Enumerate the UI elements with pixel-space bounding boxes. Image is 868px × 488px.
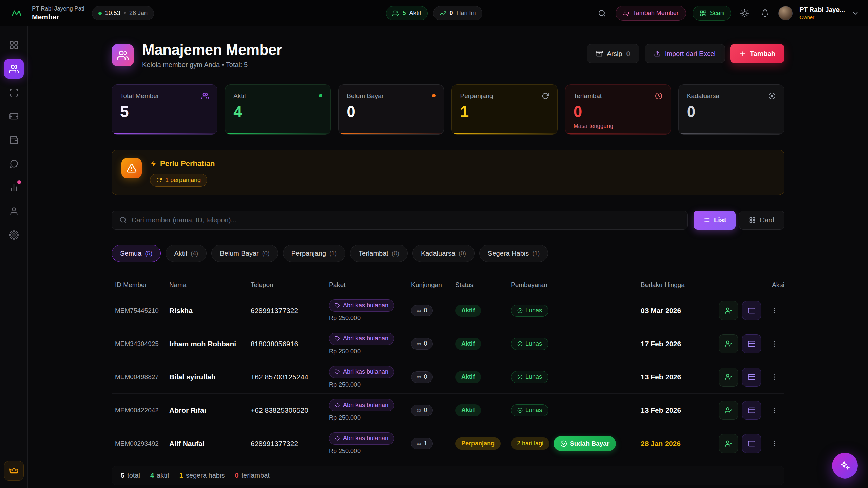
stat-card-terlambat: Terlambat 0 Masa tenggang: [565, 84, 671, 135]
search-button[interactable]: [595, 6, 609, 20]
table-row[interactable]: MEM00293492 Alif Naufal 628991377322 Abr…: [112, 427, 784, 460]
import-excel-button[interactable]: Import dari Excel: [645, 44, 725, 63]
avatar[interactable]: [778, 6, 793, 20]
view-card-button[interactable]: Card: [739, 211, 784, 230]
tambah-member-button[interactable]: Tambah Member: [616, 6, 686, 21]
table-row[interactable]: MEM75445210 Riskha 628991377322 Abri kas…: [112, 294, 784, 327]
sidebar-item-upgrade[interactable]: [4, 461, 24, 481]
today-count: 0: [450, 9, 453, 17]
sidebar-item-analytics[interactable]: [4, 178, 24, 197]
sidebar-item-membership-card[interactable]: [4, 106, 24, 126]
check-circle-icon: [517, 408, 523, 413]
table-row[interactable]: MEM00498827 Bilal syirullah +62 85703125…: [112, 360, 784, 394]
filter-segera-habis[interactable]: Segera Habis (1): [479, 245, 548, 262]
member-card-button[interactable]: [742, 334, 761, 353]
scan-button[interactable]: Scan: [693, 6, 731, 21]
assistant-fab[interactable]: [832, 453, 858, 479]
member-name: Riskha: [169, 307, 251, 315]
table-row[interactable]: MEM00422042 Abror Rifai +62 83825306520 …: [112, 394, 784, 427]
filter-count: (1): [532, 250, 540, 257]
more-actions-button[interactable]: [765, 334, 784, 353]
live-dot: [98, 12, 102, 15]
tambah-member-label: Tambah Member: [633, 9, 679, 17]
check-circle-icon: [517, 341, 523, 347]
filter-perpanjang[interactable]: Perpanjang (1): [283, 245, 345, 262]
table-header: ID Member Nama Telepon Paket Kunjungan S…: [112, 276, 784, 294]
checkin-button[interactable]: [719, 368, 738, 387]
zap-icon: [150, 160, 157, 167]
more-actions-button[interactable]: [765, 434, 784, 453]
perpanjang-alert-chip[interactable]: 1 perpanjang: [150, 174, 207, 187]
checkin-button[interactable]: [719, 334, 738, 353]
theme-toggle-button[interactable]: [738, 6, 751, 20]
stat-underline: [679, 133, 784, 134]
user-check-icon: [725, 373, 732, 381]
more-actions-button[interactable]: [765, 401, 784, 420]
checkin-button[interactable]: [719, 434, 738, 453]
user-plus-icon: [623, 10, 630, 17]
scan-frame-icon: [9, 88, 19, 97]
member-card-button[interactable]: [742, 301, 761, 320]
filter-terlambat[interactable]: Terlambat (0): [350, 245, 408, 262]
stat-label: Terlambat: [574, 92, 602, 100]
view-list-button[interactable]: List: [694, 211, 736, 230]
more-actions-button[interactable]: [765, 301, 784, 320]
wallet-icon: [9, 135, 19, 145]
bar-chart-icon: [9, 183, 19, 192]
segera-habis-count: 1: [179, 472, 183, 480]
member-name: Irham moh Robbani: [169, 340, 251, 348]
sidebar-item-dashboard[interactable]: [4, 35, 24, 55]
member-phone: 628991377322: [251, 307, 329, 315]
member-card-button[interactable]: [742, 368, 761, 387]
filter-count: (0): [392, 250, 399, 257]
member-card-button[interactable]: [742, 401, 761, 420]
checkin-button[interactable]: [719, 401, 738, 420]
notifications-button[interactable]: [758, 6, 772, 20]
filter-label: Kadaluarsa: [421, 250, 455, 257]
sidebar-item-wallet[interactable]: [4, 130, 24, 150]
sidebar-item-scan[interactable]: [4, 83, 24, 102]
user-name: PT Rabi Jaye...: [799, 6, 845, 14]
gear-icon: [9, 230, 19, 240]
user-menu[interactable]: PT Rabi Jaye... Owner: [799, 6, 845, 20]
total-label: total: [127, 472, 140, 480]
filter-aktif[interactable]: Aktif (4): [166, 245, 207, 262]
kunjungan-count: 0: [424, 407, 427, 414]
aktif-count: 4: [150, 472, 154, 480]
member-name: Abror Rifai: [169, 406, 251, 414]
topbar-section-title: Member: [32, 13, 84, 21]
sidebar-item-profile[interactable]: [4, 201, 24, 221]
filter-kadaluarsa[interactable]: Kadaluarsa (0): [412, 245, 475, 262]
filter-count: (0): [459, 250, 466, 257]
search-icon: [598, 9, 606, 17]
more-actions-button[interactable]: [765, 368, 784, 387]
filter-semua[interactable]: Semua (5): [112, 245, 161, 262]
col-id-member: ID Member: [112, 281, 169, 289]
paid-badge: Sudah Bayar: [554, 436, 616, 451]
stat-label: Kadaluarsa: [687, 92, 719, 100]
chevron-down-icon[interactable]: [852, 9, 859, 17]
sidebar-item-members[interactable]: [4, 59, 24, 79]
tambah-button[interactable]: Tambah: [730, 44, 784, 63]
checkin-button[interactable]: [719, 301, 738, 320]
trending-up-icon: [440, 10, 446, 17]
stat-card-total-member: Total Member 5: [112, 84, 217, 135]
sidebar-item-chat[interactable]: [4, 154, 24, 174]
stat-value: 4: [233, 102, 322, 121]
kunjungan-count: 0: [424, 373, 427, 380]
paket-price: Rp 250.000: [329, 381, 411, 388]
status-badge: Perpanjang: [455, 437, 501, 450]
today-label: Hari Ini: [457, 9, 476, 17]
chat-bubble-icon: [9, 159, 19, 169]
grid-icon: [749, 217, 756, 223]
filter-belum-bayar[interactable]: Belum Bayar (0): [211, 245, 278, 262]
stat-card-kadaluarsa: Kadaluarsa 0: [678, 84, 784, 135]
stat-note: Masa tenggang: [574, 123, 662, 130]
search-input[interactable]: [132, 216, 680, 224]
table-row[interactable]: MEM34304925 Irham moh Robbani 8180380569…: [112, 327, 784, 360]
arsip-button[interactable]: Arsip 0: [587, 44, 639, 63]
infinity-icon: ∞: [417, 340, 421, 347]
sidebar-item-settings[interactable]: [4, 225, 24, 245]
member-card-button[interactable]: [742, 434, 761, 453]
import-label: Import dari Excel: [665, 50, 716, 58]
